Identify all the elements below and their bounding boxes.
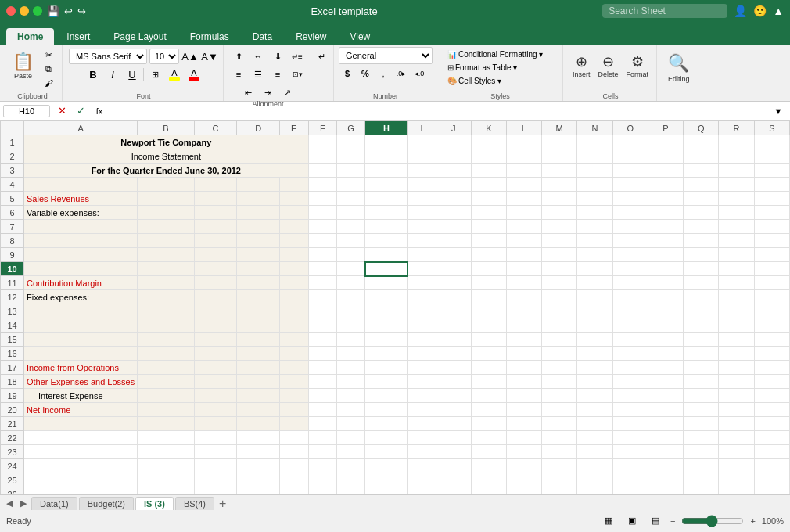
cell-Q4[interactable] bbox=[684, 178, 719, 192]
cell-J25[interactable] bbox=[436, 473, 471, 487]
cell-G7[interactable] bbox=[336, 220, 364, 234]
cell-H3[interactable] bbox=[365, 164, 408, 178]
cell-L11[interactable] bbox=[506, 276, 541, 290]
cell-I25[interactable] bbox=[408, 473, 436, 487]
cell-S2[interactable] bbox=[754, 149, 789, 164]
cell-S1[interactable] bbox=[754, 135, 789, 149]
row-number-8[interactable]: 8 bbox=[1, 234, 24, 248]
cell-B7[interactable] bbox=[138, 220, 194, 234]
cell-H12[interactable] bbox=[365, 290, 408, 304]
cell-N23[interactable] bbox=[577, 445, 612, 459]
cell-P23[interactable] bbox=[648, 445, 683, 459]
cell-E17[interactable] bbox=[279, 361, 308, 375]
cell-M14[interactable] bbox=[541, 318, 576, 332]
cell-I3[interactable] bbox=[408, 164, 436, 178]
cell-L1[interactable] bbox=[506, 135, 541, 149]
cell-O23[interactable] bbox=[612, 445, 648, 459]
align-top-button[interactable]: ⬆ bbox=[230, 49, 247, 64]
cell-M5[interactable] bbox=[541, 192, 576, 206]
cell-E8[interactable] bbox=[279, 234, 308, 248]
cell-A15[interactable] bbox=[24, 332, 138, 347]
cell-I15[interactable] bbox=[408, 332, 436, 347]
insert-function-button[interactable]: fx bbox=[91, 103, 108, 119]
increase-decimal-button[interactable]: .0▸ bbox=[393, 66, 410, 81]
cell-K2[interactable] bbox=[471, 149, 506, 164]
cell-B25[interactable] bbox=[138, 473, 194, 487]
cell-H15[interactable] bbox=[365, 332, 408, 347]
cell-A10[interactable] bbox=[24, 262, 138, 276]
cell-N1[interactable] bbox=[577, 135, 612, 149]
cell-S20[interactable] bbox=[754, 403, 789, 417]
cell-G9[interactable] bbox=[336, 248, 364, 262]
increase-font-button[interactable]: A▲ bbox=[181, 49, 199, 64]
cell-M11[interactable] bbox=[541, 276, 576, 290]
cell-I26[interactable] bbox=[408, 487, 436, 495]
cell-S4[interactable] bbox=[754, 178, 789, 192]
cell-B24[interactable] bbox=[138, 459, 194, 473]
cancel-formula-button[interactable]: ✕ bbox=[53, 103, 70, 119]
cell-E24[interactable] bbox=[279, 459, 308, 473]
cell-I2[interactable] bbox=[408, 149, 436, 164]
cell-N3[interactable] bbox=[577, 164, 612, 178]
cell-S11[interactable] bbox=[754, 276, 789, 290]
cell-L14[interactable] bbox=[506, 318, 541, 332]
insert-cells-button[interactable]: ⊕ Insert bbox=[569, 49, 594, 83]
tab-data[interactable]: Data bbox=[242, 28, 283, 45]
cell-M26[interactable] bbox=[541, 487, 576, 495]
cell-O15[interactable] bbox=[612, 332, 648, 347]
cell-O21[interactable] bbox=[612, 417, 648, 431]
cell-H11[interactable] bbox=[365, 276, 408, 290]
cell-M25[interactable] bbox=[541, 473, 576, 487]
cell-G1[interactable] bbox=[336, 135, 364, 149]
cell-A8[interactable] bbox=[24, 234, 138, 248]
cell-A11[interactable]: Contribution Margin bbox=[24, 276, 138, 290]
cell-N8[interactable] bbox=[577, 234, 612, 248]
cell-G3[interactable] bbox=[336, 164, 364, 178]
cell-J13[interactable] bbox=[436, 304, 471, 318]
cell-P12[interactable] bbox=[648, 290, 683, 304]
cell-K20[interactable] bbox=[471, 403, 506, 417]
cell-P20[interactable] bbox=[648, 403, 683, 417]
cell-H14[interactable] bbox=[365, 318, 408, 332]
cell-C26[interactable] bbox=[194, 487, 237, 495]
close-button[interactable] bbox=[6, 6, 16, 16]
cell-R25[interactable] bbox=[719, 473, 754, 487]
cell-C19[interactable] bbox=[194, 389, 237, 403]
cell-J20[interactable] bbox=[436, 403, 471, 417]
cell-C18[interactable] bbox=[194, 375, 237, 389]
cell-J15[interactable] bbox=[436, 332, 471, 347]
indent-decrease-button[interactable]: ⇤ bbox=[240, 84, 257, 100]
cell-O18[interactable] bbox=[612, 375, 648, 389]
cell-O12[interactable] bbox=[612, 290, 648, 304]
cell-F4[interactable] bbox=[308, 178, 336, 192]
cell-F1[interactable] bbox=[308, 135, 336, 149]
cell-H4[interactable] bbox=[365, 178, 408, 192]
cell-C15[interactable] bbox=[194, 332, 237, 347]
cell-B10[interactable] bbox=[138, 262, 194, 276]
cell-L2[interactable] bbox=[506, 149, 541, 164]
cell-Q14[interactable] bbox=[684, 318, 719, 332]
col-header-F[interactable]: F bbox=[308, 121, 336, 135]
cell-I5[interactable] bbox=[408, 192, 436, 206]
cell-H21[interactable] bbox=[365, 417, 408, 431]
cell-E11[interactable] bbox=[279, 276, 308, 290]
row-number-21[interactable]: 21 bbox=[1, 417, 24, 431]
cell-C6[interactable] bbox=[194, 206, 237, 220]
cell-I17[interactable] bbox=[408, 361, 436, 375]
collapse-ribbon-icon[interactable]: ▲ bbox=[773, 5, 784, 17]
cell-R12[interactable] bbox=[719, 290, 754, 304]
cell-R15[interactable] bbox=[719, 332, 754, 347]
cell-G17[interactable] bbox=[336, 361, 364, 375]
cell-B8[interactable] bbox=[138, 234, 194, 248]
cell-F26[interactable] bbox=[308, 487, 336, 495]
cell-A20[interactable]: Net Income bbox=[24, 403, 138, 417]
row-number-12[interactable]: 12 bbox=[1, 290, 24, 304]
col-header-H[interactable]: H bbox=[365, 121, 408, 135]
cell-K13[interactable] bbox=[471, 304, 506, 318]
cell-L23[interactable] bbox=[506, 445, 541, 459]
cell-K17[interactable] bbox=[471, 361, 506, 375]
cell-P25[interactable] bbox=[648, 473, 683, 487]
cell-K8[interactable] bbox=[471, 234, 506, 248]
cell-P1[interactable] bbox=[648, 135, 683, 149]
cell-B11[interactable] bbox=[138, 276, 194, 290]
